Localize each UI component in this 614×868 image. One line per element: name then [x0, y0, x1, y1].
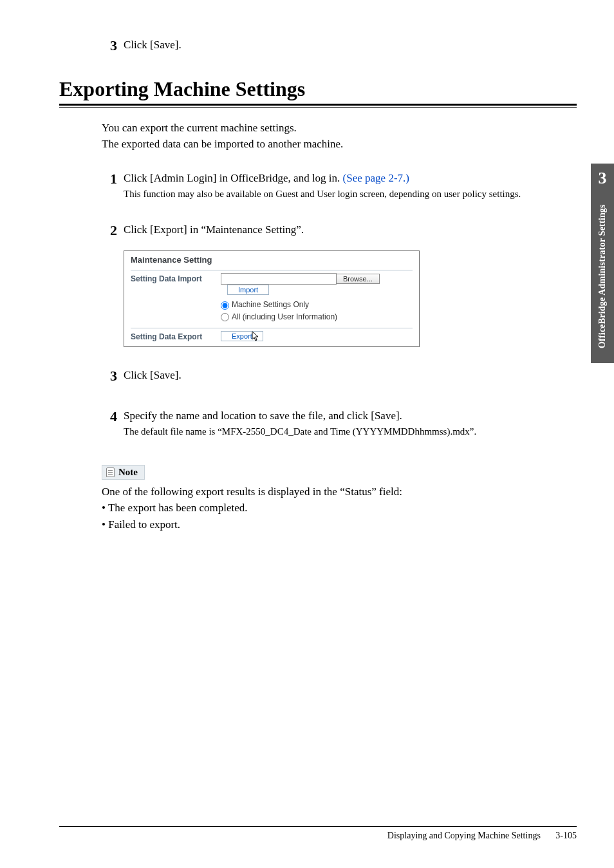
export-button[interactable]: Export: [221, 331, 263, 341]
browse-button[interactable]: Browse...: [336, 274, 380, 284]
note-list: The export has been completed. Failed to…: [102, 500, 577, 533]
see-page-link[interactable]: (See page 2-7.): [343, 172, 409, 184]
step-subtext: The default file name is “MFX-2550_DC4_D…: [124, 425, 476, 439]
step-number: 2: [102, 222, 124, 239]
step-number: 4: [102, 408, 124, 425]
radio-input[interactable]: [221, 301, 229, 310]
note-lead: One of the following export results is d…: [102, 484, 577, 500]
step-4: 4 Specify the name and location to save …: [102, 408, 577, 439]
step-subtext: This function may also be available on G…: [124, 187, 521, 202]
page: 3 Click [Save]. Exporting Machine Settin…: [0, 0, 614, 868]
chapter-number: 3: [591, 164, 614, 188]
heading-rule-thick: [59, 104, 577, 106]
export-controls: Export: [221, 328, 413, 341]
radio-all[interactable]: All (including User Information): [221, 311, 413, 323]
footer-title: Displaying and Copying Machine Settings: [387, 831, 541, 840]
screenshot-title: Maintenance Setting: [124, 251, 419, 267]
note-callout: Note: [102, 465, 145, 480]
cursor-icon: [251, 331, 260, 344]
step-number: 3: [102, 37, 124, 54]
export-label: Setting Data Export: [131, 328, 221, 341]
export-button-label: Export: [232, 332, 252, 340]
note-body: One of the following export results is d…: [102, 484, 577, 533]
step-text: Click [Save].: [124, 368, 181, 384]
step-number: 3: [102, 368, 124, 384]
intro-line: The exported data can be imported to ano…: [102, 137, 577, 153]
footer-page-number: 3-105: [555, 831, 577, 840]
step-text-span: Specify the name and location to save th…: [124, 410, 402, 422]
page-footer: Displaying and Copying Machine Settings …: [59, 826, 577, 841]
step-2: 2 Click [Export] in “Maintenance Setting…: [102, 222, 577, 239]
heading-rule-thin: [59, 107, 577, 108]
radio-label: Machine Settings Only: [232, 300, 309, 309]
maintenance-setting-screenshot: Maintenance Setting Setting Data Import …: [124, 250, 420, 347]
import-label: Setting Data Import: [131, 270, 221, 283]
note-label: Note: [118, 467, 138, 478]
chapter-side-tab: 3 OfficeBridge Administrator Settings: [591, 164, 614, 363]
radio-machine-only[interactable]: Machine Settings Only: [221, 299, 413, 310]
intro-paragraph: You can export the current machine setti…: [102, 120, 577, 152]
section-heading: Exporting Machine Settings: [59, 77, 577, 101]
step-1: 1 Click [Admin Login] in OfficeBridge, a…: [102, 171, 577, 202]
radio-label: All (including User Information): [232, 312, 337, 321]
radio-input[interactable]: [221, 313, 229, 321]
file-input[interactable]: [221, 273, 337, 285]
step-row-prev: 3 Click [Save].: [102, 37, 577, 54]
step-text: Specify the name and location to save th…: [124, 408, 476, 439]
import-controls: Browse... Import Machine Settings Only A…: [221, 270, 413, 323]
note-icon: [106, 467, 115, 477]
intro-line: You can export the current machine setti…: [102, 120, 577, 137]
step-text-span: Click [Admin Login] in OfficeBridge, and…: [124, 172, 343, 184]
import-button[interactable]: Import: [227, 285, 269, 295]
chapter-title: OfficeBridge Administrator Settings: [591, 196, 614, 357]
step-number: 1: [102, 171, 124, 187]
step-text: Click [Export] in “Maintenance Setting”.: [124, 222, 304, 238]
step-text: Click [Save].: [124, 37, 181, 53]
step-text: Click [Admin Login] in OfficeBridge, and…: [124, 171, 521, 202]
note-bullet: The export has been completed.: [102, 500, 577, 516]
note-bullet: Failed to export.: [102, 516, 577, 533]
step-3: 3 Click [Save].: [102, 368, 577, 384]
